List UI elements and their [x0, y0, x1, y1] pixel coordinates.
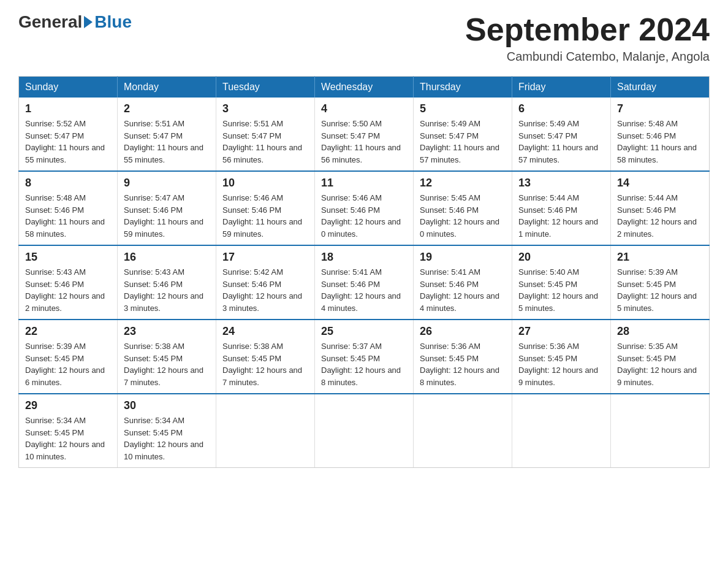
day-number: 26	[420, 325, 506, 338]
day-number: 13	[518, 177, 604, 190]
day-number: 15	[25, 251, 111, 264]
day-info: Sunrise: 5:41 AM Sunset: 5:46 PM Dayligh…	[321, 266, 407, 314]
day-number: 1	[25, 102, 111, 115]
day-info: Sunrise: 5:41 AM Sunset: 5:46 PM Dayligh…	[420, 266, 506, 314]
table-row: 13 Sunrise: 5:44 AM Sunset: 5:46 PM Dayl…	[512, 171, 611, 245]
day-number: 7	[617, 102, 703, 115]
table-row: 3 Sunrise: 5:51 AM Sunset: 5:47 PM Dayli…	[216, 98, 315, 171]
month-year-title: September 2024	[465, 12, 710, 47]
table-row: 8 Sunrise: 5:48 AM Sunset: 5:46 PM Dayli…	[19, 171, 118, 245]
calendar-week-row: 8 Sunrise: 5:48 AM Sunset: 5:46 PM Dayli…	[19, 171, 710, 245]
day-info: Sunrise: 5:39 AM Sunset: 5:45 PM Dayligh…	[617, 266, 703, 314]
col-tuesday: Tuesday	[216, 77, 315, 98]
logo-general-text: General	[18, 12, 82, 32]
day-info: Sunrise: 5:35 AM Sunset: 5:45 PM Dayligh…	[617, 340, 703, 388]
day-info: Sunrise: 5:48 AM Sunset: 5:46 PM Dayligh…	[25, 192, 111, 240]
day-number: 21	[617, 251, 703, 264]
table-row: 11 Sunrise: 5:46 AM Sunset: 5:46 PM Dayl…	[315, 171, 414, 245]
table-row: 27 Sunrise: 5:36 AM Sunset: 5:45 PM Dayl…	[512, 320, 611, 394]
page-header: General Blue September 2024 Cambundi Cat…	[18, 12, 710, 64]
table-row: 21 Sunrise: 5:39 AM Sunset: 5:45 PM Dayl…	[611, 245, 710, 320]
day-info: Sunrise: 5:36 AM Sunset: 5:45 PM Dayligh…	[518, 340, 604, 388]
day-number: 10	[222, 177, 308, 190]
table-row	[216, 394, 315, 468]
title-area: September 2024 Cambundi Catembo, Malanje…	[465, 12, 710, 64]
table-row: 23 Sunrise: 5:38 AM Sunset: 5:45 PM Dayl…	[118, 320, 216, 394]
day-number: 24	[222, 325, 308, 338]
table-row: 7 Sunrise: 5:48 AM Sunset: 5:46 PM Dayli…	[611, 98, 710, 171]
table-row: 24 Sunrise: 5:38 AM Sunset: 5:45 PM Dayl…	[216, 320, 315, 394]
day-info: Sunrise: 5:51 AM Sunset: 5:47 PM Dayligh…	[124, 118, 210, 166]
table-row: 6 Sunrise: 5:49 AM Sunset: 5:47 PM Dayli…	[512, 98, 611, 171]
day-info: Sunrise: 5:48 AM Sunset: 5:46 PM Dayligh…	[617, 118, 703, 166]
day-number: 30	[124, 399, 210, 412]
logo-triangle-icon	[84, 16, 93, 28]
table-row	[414, 394, 512, 468]
day-number: 9	[124, 177, 210, 190]
calendar-header-row: Sunday Monday Tuesday Wednesday Thursday…	[19, 77, 710, 98]
day-number: 6	[518, 102, 604, 115]
table-row: 20 Sunrise: 5:40 AM Sunset: 5:45 PM Dayl…	[512, 245, 611, 320]
table-row: 1 Sunrise: 5:52 AM Sunset: 5:47 PM Dayli…	[19, 98, 118, 171]
table-row: 25 Sunrise: 5:37 AM Sunset: 5:45 PM Dayl…	[315, 320, 414, 394]
calendar-week-row: 22 Sunrise: 5:39 AM Sunset: 5:45 PM Dayl…	[19, 320, 710, 394]
day-number: 8	[25, 177, 111, 190]
logo: General Blue	[18, 12, 132, 32]
day-info: Sunrise: 5:44 AM Sunset: 5:46 PM Dayligh…	[617, 192, 703, 240]
table-row: 17 Sunrise: 5:42 AM Sunset: 5:46 PM Dayl…	[216, 245, 315, 320]
day-info: Sunrise: 5:51 AM Sunset: 5:47 PM Dayligh…	[222, 118, 308, 166]
day-number: 23	[124, 325, 210, 338]
day-info: Sunrise: 5:39 AM Sunset: 5:45 PM Dayligh…	[25, 340, 111, 388]
table-row: 9 Sunrise: 5:47 AM Sunset: 5:46 PM Dayli…	[118, 171, 216, 245]
day-info: Sunrise: 5:46 AM Sunset: 5:46 PM Dayligh…	[222, 192, 308, 240]
day-number: 4	[321, 102, 407, 115]
day-info: Sunrise: 5:50 AM Sunset: 5:47 PM Dayligh…	[321, 118, 407, 166]
table-row: 2 Sunrise: 5:51 AM Sunset: 5:47 PM Dayli…	[118, 98, 216, 171]
calendar-week-row: 15 Sunrise: 5:43 AM Sunset: 5:46 PM Dayl…	[19, 245, 710, 320]
day-number: 22	[25, 325, 111, 338]
day-number: 14	[617, 177, 703, 190]
day-number: 25	[321, 325, 407, 338]
day-number: 17	[222, 251, 308, 264]
day-info: Sunrise: 5:38 AM Sunset: 5:45 PM Dayligh…	[222, 340, 308, 388]
table-row: 15 Sunrise: 5:43 AM Sunset: 5:46 PM Dayl…	[19, 245, 118, 320]
calendar-week-row: 29 Sunrise: 5:34 AM Sunset: 5:45 PM Dayl…	[19, 394, 710, 468]
day-number: 27	[518, 325, 604, 338]
col-sunday: Sunday	[19, 77, 118, 98]
day-info: Sunrise: 5:43 AM Sunset: 5:46 PM Dayligh…	[25, 266, 111, 314]
table-row: 16 Sunrise: 5:43 AM Sunset: 5:46 PM Dayl…	[118, 245, 216, 320]
day-number: 28	[617, 325, 703, 338]
calendar-week-row: 1 Sunrise: 5:52 AM Sunset: 5:47 PM Dayli…	[19, 98, 710, 171]
col-thursday: Thursday	[414, 77, 512, 98]
table-row: 4 Sunrise: 5:50 AM Sunset: 5:47 PM Dayli…	[315, 98, 414, 171]
table-row: 10 Sunrise: 5:46 AM Sunset: 5:46 PM Dayl…	[216, 171, 315, 245]
day-number: 18	[321, 251, 407, 264]
table-row: 18 Sunrise: 5:41 AM Sunset: 5:46 PM Dayl…	[315, 245, 414, 320]
day-info: Sunrise: 5:49 AM Sunset: 5:47 PM Dayligh…	[420, 118, 506, 166]
table-row	[611, 394, 710, 468]
table-row	[512, 394, 611, 468]
day-info: Sunrise: 5:52 AM Sunset: 5:47 PM Dayligh…	[25, 118, 111, 166]
col-saturday: Saturday	[611, 77, 710, 98]
day-info: Sunrise: 5:34 AM Sunset: 5:45 PM Dayligh…	[124, 415, 210, 462]
table-row: 14 Sunrise: 5:44 AM Sunset: 5:46 PM Dayl…	[611, 171, 710, 245]
day-number: 20	[518, 251, 604, 264]
calendar-table: Sunday Monday Tuesday Wednesday Thursday…	[18, 76, 710, 468]
table-row: 19 Sunrise: 5:41 AM Sunset: 5:46 PM Dayl…	[414, 245, 512, 320]
day-info: Sunrise: 5:42 AM Sunset: 5:46 PM Dayligh…	[222, 266, 308, 314]
col-wednesday: Wednesday	[315, 77, 414, 98]
col-friday: Friday	[512, 77, 611, 98]
day-info: Sunrise: 5:38 AM Sunset: 5:45 PM Dayligh…	[124, 340, 210, 388]
table-row	[315, 394, 414, 468]
day-number: 12	[420, 177, 506, 190]
day-number: 16	[124, 251, 210, 264]
day-info: Sunrise: 5:45 AM Sunset: 5:46 PM Dayligh…	[420, 192, 506, 240]
col-monday: Monday	[118, 77, 216, 98]
day-info: Sunrise: 5:47 AM Sunset: 5:46 PM Dayligh…	[124, 192, 210, 240]
day-number: 5	[420, 102, 506, 115]
day-info: Sunrise: 5:46 AM Sunset: 5:46 PM Dayligh…	[321, 192, 407, 240]
table-row: 12 Sunrise: 5:45 AM Sunset: 5:46 PM Dayl…	[414, 171, 512, 245]
table-row: 26 Sunrise: 5:36 AM Sunset: 5:45 PM Dayl…	[414, 320, 512, 394]
day-info: Sunrise: 5:34 AM Sunset: 5:45 PM Dayligh…	[25, 415, 111, 462]
day-number: 29	[25, 399, 111, 412]
